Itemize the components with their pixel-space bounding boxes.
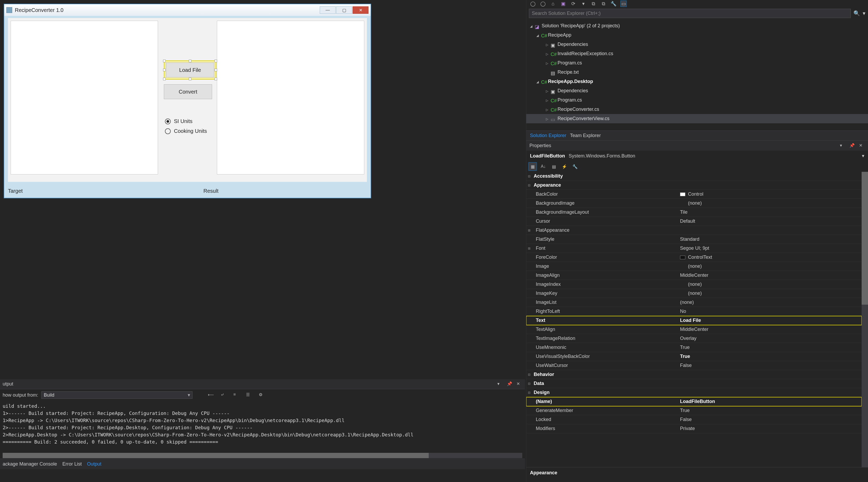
collapse-icon[interactable]: ▾	[580, 1, 586, 7]
prop-modifiers[interactable]: ModifiersPrivate	[526, 424, 862, 433]
tab-team-explorer[interactable]: Team Explorer	[570, 133, 601, 139]
chevron-down-icon[interactable]	[535, 32, 539, 38]
scroll-thumb[interactable]	[862, 172, 868, 305]
prop-flatappearance[interactable]: FlatAppearance	[526, 226, 862, 235]
tree-row-dependencies[interactable]: ▣Dependencies	[526, 86, 868, 95]
property-grid[interactable]: Accessibility Appearance BackColorContro…	[526, 172, 868, 467]
selected-control-frame[interactable]: Load File	[164, 60, 216, 80]
props-icon[interactable]: ▤	[550, 162, 558, 171]
tree-row-solution[interactable]: ◪Solution 'RecipeApp' (2 of 2 projects)	[526, 21, 868, 30]
resize-handle-n[interactable]	[189, 60, 191, 62]
chevron-right-icon[interactable]	[545, 107, 549, 112]
resize-handle-w[interactable]	[163, 69, 166, 71]
dropdown-icon[interactable]: ▾	[497, 381, 503, 387]
copy-icon[interactable]: ⧉	[600, 1, 606, 7]
dropdown-icon[interactable]: ▾	[840, 143, 846, 149]
category-design[interactable]: Design	[526, 388, 862, 397]
output-source-combo[interactable]: Build	[41, 391, 192, 399]
prop-flatstyle[interactable]: FlatStyleStandard	[526, 235, 862, 244]
messages-icon[interactable]: 🔧	[571, 162, 579, 171]
list-icon[interactable]: ☰	[246, 392, 252, 398]
prop-imagelist[interactable]: ImageList(none)	[526, 298, 862, 307]
tree-row-dependencies[interactable]: ▣Dependencies	[526, 40, 868, 49]
convert-button[interactable]: Convert	[164, 84, 212, 99]
search-icon[interactable]: 🔍	[854, 10, 860, 17]
close-button[interactable]	[352, 6, 369, 14]
category-behavior[interactable]: Behavior	[526, 370, 862, 379]
forward-icon[interactable]: ◯	[540, 1, 546, 7]
category-appearance[interactable]: Appearance	[526, 181, 862, 190]
solution-tree[interactable]: ◪Solution 'RecipeApp' (2 of 2 projects) …	[526, 19, 868, 130]
prop-backcolor[interactable]: BackColorControl	[526, 190, 862, 199]
home-icon[interactable]: ⌂	[550, 1, 556, 7]
chevron-right-icon[interactable]	[545, 116, 549, 121]
form-body[interactable]: Load File Convert SI Units C	[8, 18, 367, 182]
resize-handle-ne[interactable]	[215, 60, 217, 62]
tab-package-manager[interactable]: ackage Manager Console	[3, 461, 57, 467]
prop-imagealign[interactable]: ImageAlignMiddleCenter	[526, 271, 862, 280]
tab-solution-explorer[interactable]: Solution Explorer	[530, 133, 566, 139]
tree-row-project[interactable]: C#RecipeApp	[526, 30, 868, 40]
prop-forecolor[interactable]: ForeColorControlText	[526, 253, 862, 262]
settings-icon[interactable]: ⚙	[259, 392, 265, 398]
pin-icon[interactable]: 📌	[849, 143, 855, 149]
refresh-icon[interactable]: ⟳	[570, 1, 576, 7]
prop-cursor[interactable]: CursorDefault	[526, 217, 862, 226]
events-icon[interactable]: ⚡	[560, 162, 569, 171]
prop-locked[interactable]: LockedFalse	[526, 415, 862, 424]
horizontal-scrollbar[interactable]	[3, 453, 522, 458]
alphabetical-icon[interactable]: A↓	[539, 162, 548, 171]
back-icon[interactable]: ◯	[530, 1, 536, 7]
prop-usevisualstylebackcolor[interactable]: UseVisualStyleBackColorTrue	[526, 352, 862, 361]
prop-font[interactable]: FontSegoe UI; 9pt	[526, 244, 862, 253]
chevron-right-icon[interactable]	[545, 60, 549, 66]
tree-row-project[interactable]: C#RecipeApp.Desktop	[526, 77, 868, 86]
sync-icon[interactable]: ▣	[560, 1, 566, 7]
resize-handle-se[interactable]	[215, 78, 217, 80]
scroll-thumb[interactable]	[3, 453, 429, 458]
pin-icon[interactable]: 📌	[507, 381, 513, 387]
tree-row-file-selected[interactable]: ▭RecipeConverterView.cs	[526, 114, 868, 123]
chevron-right-icon[interactable]	[545, 51, 549, 57]
clear-icon[interactable]: ⟵	[208, 392, 214, 398]
prop-backgroundimage[interactable]: BackgroundImage(none)	[526, 199, 862, 208]
properties-icon[interactable]: 🔧	[611, 1, 616, 7]
tree-row-file[interactable]: C#RecipeConverter.cs	[526, 105, 868, 114]
prop-textalign[interactable]: TextAlignMiddleCenter	[526, 325, 862, 334]
resize-handle-s[interactable]	[189, 78, 191, 80]
output-console[interactable]: uild started... 1>------ Build started: …	[0, 401, 525, 451]
categorized-icon[interactable]: ▦	[528, 162, 537, 171]
close-icon[interactable]: ✕	[859, 143, 865, 149]
tree-row-file[interactable]: C#InvalidRecipeException.cs	[526, 49, 868, 58]
preview-icon[interactable]: ▭	[621, 1, 626, 7]
tab-error-list[interactable]: Error List	[62, 461, 82, 467]
prop-usemnemonic[interactable]: UseMnemonicTrue	[526, 343, 862, 352]
maximize-button[interactable]	[336, 6, 352, 14]
prop-image[interactable]: Image(none)	[526, 262, 862, 271]
resize-handle-sw[interactable]	[163, 78, 166, 80]
tree-row-file[interactable]: C#Program.cs	[526, 58, 868, 68]
chevron-down-icon[interactable]	[529, 23, 533, 29]
showall-icon[interactable]: ⧉	[590, 1, 596, 7]
solution-search-input[interactable]: Search Solution Explorer (Ctrl+;)	[529, 9, 851, 18]
result-textbox[interactable]	[217, 21, 364, 175]
minimize-button[interactable]	[320, 6, 336, 14]
close-icon[interactable]: ✕	[517, 381, 522, 387]
chevron-down-icon[interactable]	[535, 79, 539, 84]
prop-righttoleft[interactable]: RightToLeftNo	[526, 307, 862, 316]
prop-usewaitcursor[interactable]: UseWaitCursorFalse	[526, 361, 862, 370]
search-dropdown-icon[interactable]: ▾	[863, 10, 865, 17]
tab-output[interactable]: Output	[87, 461, 101, 467]
target-textbox[interactable]	[10, 21, 158, 175]
toggle-icon[interactable]: ⤶	[221, 392, 226, 398]
prop-bgimagelayout[interactable]: BackgroundImageLayoutTile	[526, 208, 862, 217]
tree-row-file[interactable]: ▤Recipe.txt	[526, 68, 868, 77]
category-data[interactable]: Data	[526, 379, 862, 388]
chevron-right-icon[interactable]	[545, 41, 549, 47]
category-accessibility[interactable]: Accessibility	[526, 172, 862, 181]
chevron-right-icon[interactable]	[545, 88, 549, 94]
dropdown-icon[interactable]: ▾	[862, 153, 864, 159]
prop-text-highlighted[interactable]: TextLoad File	[526, 316, 862, 325]
resize-handle-e[interactable]	[215, 69, 217, 71]
prop-textimagerelation[interactable]: TextImageRelationOverlay	[526, 334, 862, 343]
